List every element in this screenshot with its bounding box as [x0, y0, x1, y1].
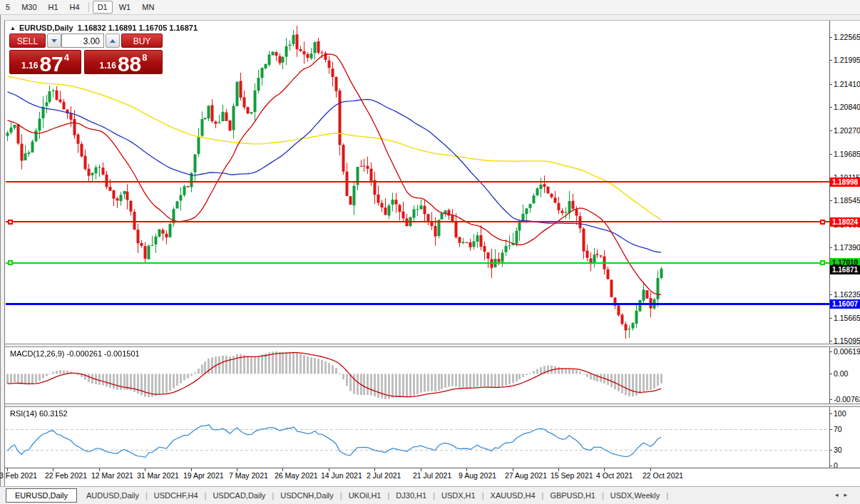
horizontal-line-1.18024[interactable] [6, 221, 829, 222]
macd-indicator-label: MACD(12,26,9) -0.000261 -0.001501 [10, 349, 140, 358]
timeframe-toolbar: 5M30H1H4D1W1MN [0, 0, 860, 15]
collapse-triangle-icon[interactable]: ▲ [10, 25, 16, 31]
mt4-terminal: 5M30H1H4D1W1MN ▲EURUSD,Daily 1.16832 1.1… [0, 0, 860, 504]
current-price-label: 1.16871 [830, 265, 860, 274]
date-axis-label: 14 Jun 2021 [321, 471, 362, 480]
bid-price-main: 87 [39, 54, 63, 73]
rsi-axis-label: 100 [834, 409, 846, 418]
rsi-axis-label: 30 [834, 446, 842, 454]
rsi-pane-canvas[interactable] [6, 407, 829, 467]
buy-price-button[interactable]: 1.16 88 8 [84, 50, 163, 74]
line-handle[interactable] [820, 260, 825, 265]
pane-splitter-macd[interactable] [5, 344, 860, 347]
ask-price-main: 88 [118, 54, 141, 73]
horizontal-line-1.16007[interactable] [6, 303, 829, 305]
price-axis-label: 1.19685 [834, 150, 860, 158]
spinner-up-icon [110, 39, 116, 43]
price-axis-label: 1.22565 [834, 33, 860, 41]
chart-caption: ▲EURUSD,Daily 1.16832 1.16891 1.16705 1.… [10, 24, 198, 32]
chart-tab-usdcad[interactable]: USDCAD,Daily [206, 489, 272, 502]
price-axis-label: 1.16235 [834, 290, 860, 299]
chart-tab-ukoil[interactable]: UKOil,H1 [342, 489, 388, 502]
date-axis-separator [5, 468, 860, 468]
chart-tab-eurusd[interactable]: EURUSD,Daily [6, 488, 77, 503]
rsi-axis-label: 0 [834, 461, 838, 470]
chart-tab-gbpusd[interactable]: GBPUSD,H1 [543, 489, 602, 502]
chart-tab-usdx[interactable]: USDX,H1 [435, 489, 482, 502]
price-axis-label: 1.18545 [834, 196, 860, 205]
macd-axis-label: 0.00 [834, 369, 848, 378]
date-axis-label: 15 Sep 2021 [551, 471, 593, 480]
buy-button[interactable]: BUY [121, 34, 163, 48]
spinner-down-icon [51, 39, 57, 43]
date-axis-label: 12 Mar 2021 [91, 471, 133, 480]
horizontal-line-1.17010[interactable] [6, 262, 829, 264]
timeframe-button-5[interactable]: 5 [1, 1, 15, 14]
line-handle[interactable] [8, 220, 13, 225]
price-axis-label: 1.15665 [834, 314, 860, 322]
date-axis-label: 19 Apr 2021 [183, 471, 224, 480]
price-axis-label: 1.20840 [834, 103, 860, 111]
price-line-label-1.16007: 1.16007 [830, 299, 860, 309]
tab-separator: | [666, 491, 668, 500]
ask-price-pip: 8 [142, 52, 147, 63]
ask-price-prefix: 1.16 [100, 61, 116, 71]
window-left-border [0, 14, 1, 504]
price-axis-label: 1.20270 [834, 126, 860, 135]
line-handle[interactable] [820, 220, 825, 225]
chart-symbol-label: EURUSD,Daily [19, 24, 73, 32]
timeframe-button-mn[interactable]: MN [137, 1, 159, 14]
price-axis-label: 1.17390 [834, 243, 860, 252]
date-axis-label: 22 Feb 2021 [45, 471, 87, 480]
chart-tab-audusd[interactable]: AUDUSD,Daily [80, 489, 145, 502]
volume-decrease-button[interactable] [47, 34, 61, 48]
date-axis-label: 4 Oct 2021 [596, 471, 633, 480]
volume-input[interactable]: 3.00 [61, 34, 104, 48]
price-line-label-1.18024: 1.18024 [830, 217, 860, 227]
pane-splitter-rsi[interactable] [5, 403, 860, 407]
volume-increase-button[interactable] [106, 34, 120, 48]
timeframe-button-m30[interactable]: M30 [16, 1, 41, 14]
chart-tab-usdchf[interactable]: USDCHF,H4 [148, 489, 205, 502]
macd-axis-label: 0.006193 [834, 347, 860, 356]
chart-tab-usdx[interactable]: USDX,Weekly [604, 489, 666, 502]
bid-price-pip: 4 [64, 52, 69, 63]
chart-tabs-bar: EURUSD,DailyAUDUSD,Daily|USDCHF,H4|USDCA… [0, 486, 860, 504]
price-axis-label: 1.21995 [834, 56, 860, 64]
timeframe-button-d1[interactable]: D1 [93, 1, 113, 14]
chart-tab-usdcnh[interactable]: USDCNH,Daily [274, 489, 340, 502]
timeframe-button-h1[interactable]: H1 [43, 1, 63, 14]
chart-tab-dj30[interactable]: DJ30,H1 [389, 489, 433, 502]
date-axis-label: 31 Mar 2021 [137, 471, 179, 480]
macd-axis-label: -0.00762 [834, 395, 860, 403]
line-handle[interactable] [8, 260, 13, 265]
horizontal-line-1.18998[interactable] [6, 181, 829, 182]
date-axis-label: 26 May 2021 [275, 471, 318, 480]
timeframe-button-w1[interactable]: W1 [114, 1, 136, 14]
date-axis-label: 21 Jul 2021 [413, 471, 451, 480]
price-axis-label: 1.21410 [834, 80, 860, 88]
toolbar-separator [88, 2, 89, 12]
chart-ohlc-values: 1.16832 1.16891 1.16705 1.16871 [78, 24, 198, 32]
bid-price-prefix: 1.16 [21, 61, 38, 71]
price-axis-separator [829, 21, 830, 468]
rsi-indicator-label: RSI(14) 60.3152 [10, 409, 68, 418]
date-axis-label: 7 May 2021 [229, 471, 268, 480]
date-axis-label: 3 Feb 2021 [0, 471, 37, 480]
date-axis-label: 22 Oct 2021 [643, 471, 683, 480]
chart-tab-xauusd[interactable]: XAUUSD,H4 [484, 489, 542, 502]
date-axis-label: 27 Aug 2021 [505, 471, 547, 480]
date-axis-label: 9 Aug 2021 [459, 471, 496, 480]
sell-button[interactable]: SELL [9, 34, 46, 48]
rsi-axis-label: 70 [834, 425, 842, 433]
date-axis-label: 2 Jul 2021 [367, 471, 401, 480]
timeframe-button-h4[interactable]: H4 [65, 1, 85, 14]
price-line-label-1.18998: 1.18998 [830, 178, 860, 187]
tab-scroll-left-icon[interactable]: ◂ [835, 491, 844, 498]
tab-scroll-right-icon[interactable]: ▸ [844, 491, 853, 498]
sell-price-button[interactable]: 1.16 87 4 [9, 50, 81, 74]
